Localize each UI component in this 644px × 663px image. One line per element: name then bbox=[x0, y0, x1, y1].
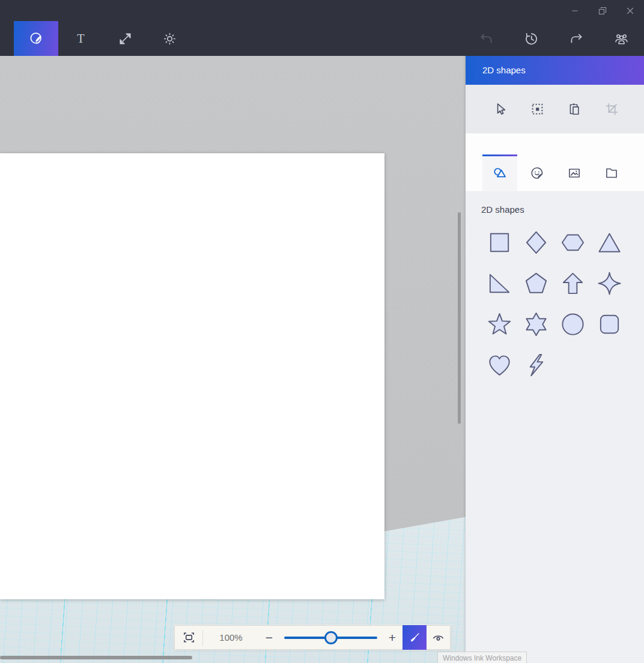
shape-pentagon[interactable] bbox=[518, 263, 554, 304]
history-icon bbox=[523, 31, 539, 47]
tab-images[interactable] bbox=[557, 154, 592, 191]
shape-right-triangle[interactable] bbox=[481, 263, 518, 304]
folder-tab-icon bbox=[604, 165, 619, 181]
eye-icon bbox=[431, 631, 445, 644]
zoom-slider-thumb[interactable] bbox=[324, 631, 338, 644]
undo-button[interactable] bbox=[464, 21, 509, 56]
toolbar-actions bbox=[464, 21, 644, 56]
restore-button[interactable] bbox=[589, 0, 616, 21]
rounded-square-shape-icon bbox=[597, 311, 622, 337]
ink-brush-icon bbox=[409, 631, 421, 644]
horizontal-scrollbar[interactable] bbox=[0, 656, 192, 659]
ink-brush-button[interactable] bbox=[402, 625, 427, 650]
people-button[interactable] bbox=[599, 21, 644, 56]
shape-hexagon[interactable] bbox=[554, 222, 591, 263]
brush-icon bbox=[28, 31, 44, 47]
panel-tools bbox=[466, 85, 644, 133]
shapes-grid bbox=[481, 222, 644, 385]
sticker-tab-icon bbox=[529, 165, 545, 181]
four-point-star-shape-icon bbox=[597, 270, 622, 296]
fit-to-screen-button[interactable] bbox=[175, 626, 202, 649]
tool-canvas[interactable] bbox=[103, 21, 147, 56]
undo-icon bbox=[478, 31, 494, 47]
heart-shape-icon bbox=[487, 352, 512, 378]
expand-icon bbox=[117, 31, 133, 47]
section-label: 2D shapes bbox=[481, 204, 644, 215]
paste-icon bbox=[567, 101, 583, 117]
text-icon: T bbox=[73, 31, 89, 47]
marquee-icon bbox=[529, 101, 545, 117]
redo-icon bbox=[568, 31, 585, 47]
panel-title: 2D shapes bbox=[466, 56, 644, 85]
people-icon bbox=[613, 31, 630, 47]
shape-six-point-star[interactable] bbox=[518, 304, 554, 344]
six-point-star-shape-icon bbox=[523, 311, 549, 337]
close-icon bbox=[624, 5, 636, 17]
right-triangle-shape-icon bbox=[487, 270, 512, 296]
shape-five-point-star[interactable] bbox=[481, 304, 518, 344]
crop-button[interactable] bbox=[594, 85, 629, 133]
circle-shape-icon bbox=[560, 311, 586, 337]
diamond-shape-icon bbox=[523, 230, 549, 255]
paint3d-window: T 100% − + 2D shapes bbox=[0, 0, 644, 663]
crop-icon bbox=[604, 101, 620, 117]
shape-rounded-square[interactable] bbox=[591, 304, 628, 344]
tool-tabs: T bbox=[14, 21, 192, 56]
drawing-canvas[interactable] bbox=[0, 153, 384, 599]
shape-circle[interactable] bbox=[554, 304, 591, 344]
view-eye-button[interactable] bbox=[427, 626, 450, 649]
main-area: 100% − + 2D shapes 2D shapes Windows Ink… bbox=[0, 56, 644, 663]
vertical-scrollbar[interactable] bbox=[458, 212, 461, 424]
app-header: T bbox=[0, 0, 644, 56]
shape-heart[interactable] bbox=[481, 344, 518, 385]
window-controls bbox=[561, 0, 644, 21]
shape-diamond[interactable] bbox=[518, 222, 554, 263]
history-button[interactable] bbox=[509, 21, 554, 56]
shape-arrow-up[interactable] bbox=[554, 263, 591, 304]
minimize-icon bbox=[569, 5, 581, 17]
redo-button[interactable] bbox=[554, 21, 599, 56]
select-button[interactable] bbox=[482, 85, 517, 133]
zoom-out-button[interactable]: − bbox=[259, 626, 279, 649]
panel-tab-strip bbox=[466, 133, 644, 191]
tab-stickers[interactable] bbox=[520, 154, 554, 191]
titlebar bbox=[0, 0, 644, 21]
image-tab-icon bbox=[567, 165, 582, 181]
hexagon-shape-icon bbox=[560, 230, 586, 255]
zoom-toolbar: 100% − + bbox=[174, 625, 451, 650]
shapes-panel: 2D shapes 2D shapes bbox=[466, 56, 644, 663]
five-point-star-shape-icon bbox=[487, 311, 512, 337]
tool-effects[interactable] bbox=[147, 21, 192, 56]
tool-brushes[interactable] bbox=[14, 21, 58, 56]
shape-square[interactable] bbox=[481, 222, 518, 263]
triangle-shape-icon bbox=[597, 230, 622, 255]
close-button[interactable] bbox=[616, 0, 644, 21]
shapes-tab-icon bbox=[492, 165, 508, 181]
tool-text[interactable]: T bbox=[58, 21, 103, 56]
square-shape-icon bbox=[487, 230, 512, 255]
sun-icon bbox=[162, 31, 178, 47]
lightning-shape-icon bbox=[523, 352, 549, 378]
panel-body: 2D shapes bbox=[466, 191, 644, 663]
cursor-icon bbox=[492, 101, 508, 117]
shape-lightning[interactable] bbox=[518, 344, 554, 385]
tab-shapes[interactable] bbox=[482, 154, 517, 191]
svg-text:T: T bbox=[77, 31, 85, 44]
arrow-up-shape-icon bbox=[560, 270, 586, 296]
zoom-level-value: 100% bbox=[203, 632, 259, 643]
windows-ink-tooltip: Windows Ink Workspace bbox=[437, 652, 527, 663]
tab-custom-stickers[interactable] bbox=[594, 154, 629, 191]
pentagon-shape-icon bbox=[523, 270, 549, 296]
shape-triangle[interactable] bbox=[591, 222, 628, 263]
workspace: 100% − + bbox=[0, 56, 466, 663]
restore-icon bbox=[597, 5, 609, 17]
paste-button[interactable] bbox=[557, 85, 592, 133]
fit-screen-icon bbox=[182, 631, 196, 644]
zoom-in-button[interactable]: + bbox=[382, 626, 402, 649]
select-region-button[interactable] bbox=[520, 85, 554, 133]
zoom-slider[interactable] bbox=[282, 626, 380, 649]
minimize-button[interactable] bbox=[561, 0, 589, 21]
shape-four-point-star[interactable] bbox=[591, 263, 628, 304]
